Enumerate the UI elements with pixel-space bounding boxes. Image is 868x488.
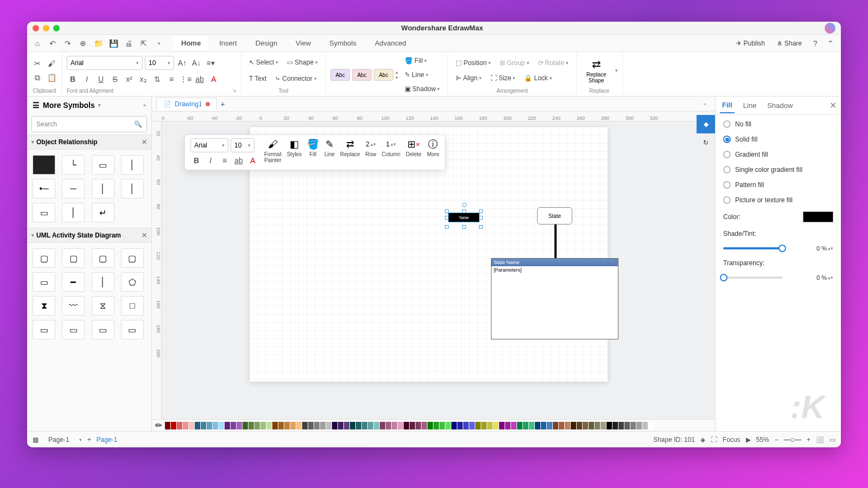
color-swatch[interactable] [326,422,331,429]
state-shape[interactable]: State [537,207,572,224]
color-swatch[interactable] [231,422,236,429]
page-tab[interactable]: Page-1 [97,436,118,444]
color-swatch[interactable] [553,422,558,429]
color-swatch[interactable] [457,422,463,429]
shape-thumb[interactable]: ▭ [62,320,85,339]
shape-thumb[interactable]: ↵ [92,203,114,222]
bullets-icon[interactable]: ⋮≡ [180,73,192,85]
highlight-icon[interactable]: ab [194,73,206,85]
styles-up-icon[interactable]: ▴ [395,69,398,75]
text-direction-icon[interactable]: ⇅ [151,73,163,85]
radio-solid-fill[interactable]: Solid fill [723,136,833,143]
rotate-menu[interactable]: ⟳Rotate▾ [535,56,572,69]
color-swatch[interactable] [332,422,337,429]
shape-thumb[interactable]: │ [121,155,144,175]
tab-fill[interactable]: Fill [720,98,735,113]
color-swatch[interactable] [529,422,534,429]
color-swatch[interactable] [338,422,343,429]
color-swatch[interactable] [565,422,570,429]
color-swatch[interactable] [803,211,833,222]
pages-icon[interactable]: ▦ [33,436,39,444]
shape-thumb[interactable]: │ [62,203,85,222]
replace-shape-button[interactable]: ⇄ ReplaceShape [581,55,612,86]
grow-font-icon[interactable]: A↑ [176,57,188,69]
maximize-window[interactable] [53,25,60,31]
cut-icon[interactable]: ✂ [31,57,43,69]
color-swatch[interactable] [380,422,385,429]
float-format-painter[interactable]: 🖌FormatPainter [264,138,282,163]
color-swatch[interactable] [439,422,445,429]
share-button[interactable]: ⋔Share [773,38,806,49]
color-swatch[interactable] [171,422,176,429]
resize-handle[interactable] [479,216,483,220]
color-swatch[interactable] [445,422,451,429]
shrink-font-icon[interactable]: A↓ [190,57,202,69]
color-swatch[interactable] [296,422,302,429]
shape-tool[interactable]: ▭Shape▾ [284,56,321,69]
radio-single-gradient[interactable]: Single color gradient fill [723,166,833,174]
add-page-icon[interactable]: + [87,436,91,444]
shape-thumb[interactable]: ▭ [92,155,114,175]
color-swatch[interactable] [642,422,648,429]
style-preset-2[interactable]: Abc [352,69,372,81]
color-swatch[interactable] [165,422,170,429]
color-swatch[interactable] [475,422,481,429]
color-swatch[interactable] [416,422,421,429]
color-swatch[interactable] [362,422,367,429]
color-swatch[interactable] [386,422,391,429]
align-menu[interactable]: ⊫Align▾ [452,72,485,85]
zoom-out-icon[interactable]: − [775,436,778,444]
size-select[interactable]: 10▾ [145,56,174,70]
color-swatch[interactable] [201,422,206,429]
size-menu[interactable]: ⛶Size▾ [487,72,519,85]
superscript-icon[interactable]: x² [123,73,135,85]
paste-icon[interactable]: 📋 [46,72,58,84]
color-swatch[interactable] [583,422,588,429]
radio-picture-fill[interactable]: Picture or texture fill [723,196,833,204]
new-tab-icon[interactable]: + [217,98,229,110]
open-icon[interactable]: 📁 [92,37,104,49]
collapse-panel-icon[interactable]: « [143,102,146,108]
group-uml-activity[interactable]: ▾UML Activity State Diagram✕ [27,228,151,243]
float-column[interactable]: 1▴▾Column [382,138,400,157]
color-swatch[interactable] [410,422,415,429]
align-icon[interactable]: ≡▾ [205,57,216,69]
resize-handle[interactable] [462,225,466,229]
shape-thumb[interactable]: ⧖ [92,296,114,316]
shape-thumb[interactable]: │ [92,179,114,198]
color-swatch[interactable] [374,422,379,429]
float-italic-icon[interactable]: I [205,155,216,166]
shape-thumb[interactable]: ▭ [33,203,55,222]
float-bold-icon[interactable]: B [190,155,202,166]
color-swatch[interactable] [427,422,433,429]
resize-handle[interactable] [462,209,466,213]
redo-icon[interactable]: ↷ [62,37,74,49]
color-swatch[interactable] [350,422,355,429]
resize-handle[interactable] [479,209,483,213]
rotation-handle[interactable] [462,203,467,207]
resize-handle[interactable] [445,209,449,213]
color-swatch[interactable] [511,422,516,429]
doc-tab-drawing1[interactable]: 📄 Drawing1 [156,98,217,110]
shape-thumb[interactable]: │ [92,272,114,292]
color-swatch[interactable] [541,422,546,429]
color-swatch[interactable] [607,422,612,429]
color-swatch[interactable] [481,422,487,429]
shape-thumb[interactable]: ▢ [92,248,114,268]
font-dialog-icon[interactable]: ↘ [232,88,237,94]
help-icon[interactable]: ? [809,37,821,49]
format-painter-icon[interactable]: 🖌 [46,57,58,69]
replace-dropdown-icon[interactable]: ▾ [615,68,618,73]
styles-down-icon[interactable]: ▾ [395,75,398,80]
color-swatch[interactable] [630,422,636,429]
more-qat-icon[interactable]: ▾ [153,37,165,49]
lock-menu[interactable]: 🔒Lock▾ [521,72,555,85]
play-icon[interactable]: ▶ [746,436,751,444]
color-swatch[interactable] [290,422,296,429]
shape-thumb[interactable]: 〰 [62,296,85,316]
color-swatch[interactable] [601,422,606,429]
text-tool[interactable]: TText [246,72,270,85]
history-icon[interactable]: ↻ [697,133,715,152]
resize-handle[interactable] [445,216,449,220]
zoom-in-icon[interactable]: + [807,436,810,444]
